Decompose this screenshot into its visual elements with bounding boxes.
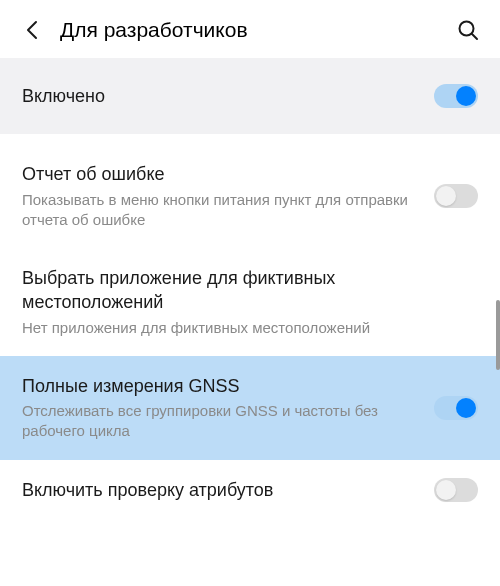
row-subtitle: Отслеживать все группировки GNSS и часто…	[22, 401, 418, 442]
row-content: Включить проверку атрибутов	[22, 478, 434, 502]
row-content: Отчет об ошибке Показывать в меню кнопки…	[22, 162, 434, 230]
row-title: Полные измерения GNSS	[22, 374, 418, 398]
toggle-knob	[436, 186, 456, 206]
toggle-gnss[interactable]	[434, 396, 478, 420]
row-content: Выбрать приложение для фиктивных местопо…	[22, 266, 478, 338]
page-title: Для разработчиков	[60, 18, 456, 42]
back-icon[interactable]	[20, 18, 44, 42]
row-subtitle: Показывать в меню кнопки питания пункт д…	[22, 190, 418, 231]
toggle-knob	[436, 480, 456, 500]
scrollbar-thumb[interactable]	[496, 300, 500, 370]
row-subtitle: Нет приложения для фиктивных местоположе…	[22, 318, 462, 338]
row-title: Включено	[22, 84, 418, 108]
gap	[0, 134, 500, 144]
row-content: Включено	[22, 84, 434, 108]
toggle-attrcheck[interactable]	[434, 478, 478, 502]
toggle-enabled[interactable]	[434, 84, 478, 108]
svg-line-1	[472, 34, 477, 39]
settings-row-enabled[interactable]: Включено	[0, 58, 500, 134]
toggle-knob	[456, 86, 476, 106]
settings-row-bugreport[interactable]: Отчет об ошибке Показывать в меню кнопки…	[0, 144, 500, 248]
row-title: Включить проверку атрибутов	[22, 478, 418, 502]
settings-row-mocklocation[interactable]: Выбрать приложение для фиктивных местопо…	[0, 248, 500, 356]
header: Для разработчиков	[0, 0, 500, 58]
row-title: Отчет об ошибке	[22, 162, 418, 186]
search-icon[interactable]	[456, 18, 480, 42]
row-content: Полные измерения GNSS Отслеживать все гр…	[22, 374, 434, 442]
row-title: Выбрать приложение для фиктивных местопо…	[22, 266, 462, 315]
toggle-knob	[456, 398, 476, 418]
settings-row-attrcheck[interactable]: Включить проверку атрибутов	[0, 460, 500, 520]
toggle-bugreport[interactable]	[434, 184, 478, 208]
settings-row-gnss[interactable]: Полные измерения GNSS Отслеживать все гр…	[0, 356, 500, 460]
